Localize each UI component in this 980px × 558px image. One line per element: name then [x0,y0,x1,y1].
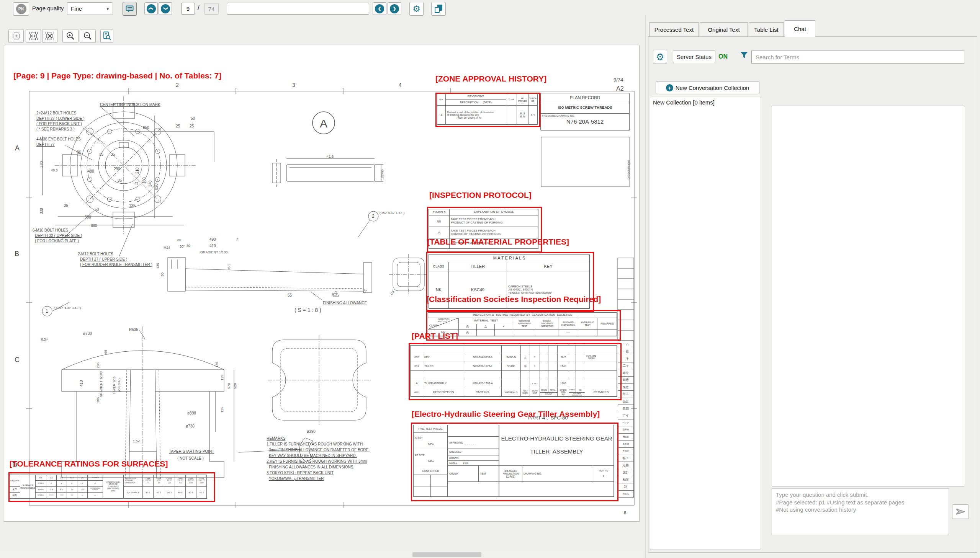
drawing-label: YOKOGAWA : μTRANSMITTER [269,476,324,481]
tab-chat[interactable]: Chat [785,20,816,37]
side-strip-cell: ベック [618,419,634,427]
drawing-label: C [15,356,20,364]
right-panel: Processed Text Original Text Table List … [647,0,980,558]
prev-button[interactable]: ❮ [373,2,386,15]
drawing-label: DEPTH 77 [36,142,55,147]
chat-settings-button[interactable]: ⚙ [653,50,667,64]
question-input[interactable] [772,488,949,535]
side-strip-cell: 特工 [618,455,634,462]
drawing-label: DEPTH 32 ( UPPER SIDE ) [35,233,82,238]
page-number-button[interactable]: PN [13,2,29,16]
drawing-label: R535 [129,328,138,333]
drawing-label: 45 [135,181,138,185]
drawing-label: 520 [233,383,237,389]
toolbar-search-input[interactable] [227,3,369,15]
annotation-label: [Page: 9 | Page Type: drawing-based | No… [13,71,221,80]
drawing-label: ✓( 25✓ 6.3✓ 1.6✓ ) [53,306,81,310]
drawing-label: 205 [96,363,100,368]
drawing-label: A [320,117,327,131]
drawing-label: 340 [148,180,153,187]
main-toolbar: PN Page quality Fine ▼ ❮ ❮ / ❮ ❯ ⚙ [0,0,647,45]
drawing-label: 4 [399,82,402,89]
drawing-label: 30° [179,245,185,249]
drawing-label: 9/74 [613,77,623,83]
document-search-button[interactable] [100,29,113,43]
zoom-in-button[interactable] [62,29,79,43]
page-down-button[interactable]: ❮ [159,2,172,15]
drawing-label: 3 [292,82,295,89]
tab-label: Table List [754,26,778,33]
drawing-label: 125 [220,375,224,381]
collection-list[interactable]: New Collection [0 items] [650,97,760,550]
drawing-label: 1 [46,309,48,314]
edit-region-button[interactable] [26,29,41,43]
new-collection-button-label: New Conversation Collection [676,85,750,91]
drawing-label: 210 [135,167,140,174]
next-button[interactable]: ❯ [388,2,401,15]
settings-button[interactable]: ⚙ [409,2,424,16]
server-status-button[interactable]: Server Status [673,50,715,63]
collection-list-item[interactable]: New Collection [0 items] [650,97,760,108]
region-delete-icon [45,31,54,41]
chevron-down-icon: ▼ [106,7,110,11]
annotation-label: [Classification Societies Inspection Req… [426,295,601,304]
drawing-label: ( FOR FEED BACK UNIT ) [36,122,82,127]
annotation-toggle-button[interactable] [123,2,137,16]
current-page-input[interactable] [181,3,195,15]
gear-icon: ⚙ [656,53,664,62]
new-conversation-collection-button[interactable]: + New Conversation Collection [656,81,760,94]
horizontal-scrollbar[interactable] [0,551,647,558]
drawing-label: FINISHING ALLOWANCES IN ALL DIMENSIONS. [269,465,354,470]
drawing-label: 80 [177,238,181,242]
drawing-label: DRAWINGS NO. [626,160,630,180]
drawing-label: A2 [616,85,624,93]
page-quality-select[interactable]: Fine ▼ [67,2,113,15]
table-highlight-box [436,93,540,127]
conversation-view[interactable] [772,106,965,486]
drawing-label: 125 [220,407,224,413]
drawing-label: 50 [191,117,195,121]
drawing-label: 25 [176,124,180,129]
submit-button[interactable] [952,504,969,519]
drawing-label: ø390 [187,411,196,416]
drawing-label: 135 [156,263,160,269]
drawing-label: 4-M36 EYE BOLT HOLES [36,137,81,142]
delete-region-button[interactable] [42,29,58,43]
drawing-label: 2.KEY IS FURNISHED AS ROUGH WORKING WITH… [266,459,367,464]
drawing-label: ( NOT SCALE ) [177,456,204,461]
drawing-label: CENTER LINE INDICATION MARK [100,103,161,108]
filter-icon[interactable] [740,51,748,61]
side-strip-cell: 政田 [618,405,634,412]
doc-search-icon [103,31,111,41]
side-strip-cell: 出図先 [618,490,634,498]
drawing-label: M24 [163,246,170,250]
copy-pages-button[interactable] [431,2,446,16]
add-region-button[interactable] [8,29,24,43]
region-add-icon [12,31,21,41]
document-canvas[interactable]: 2349/74A2ABCD82×2-M12 BOLT HOLESDEPTH 27… [4,45,640,522]
drawing-label: 290 [114,167,120,172]
drawing-label: ( FOR RUDDER ANGLE TRANSMITTER ) [80,263,153,268]
tab-processed-text[interactable]: Processed Text [649,22,699,36]
server-status-label: Server Status [677,54,712,60]
drawing-label: 35 [111,152,115,157]
drawing-label: 205 [96,397,100,403]
tab-table-list[interactable]: Table List [749,22,784,36]
drawing-label: 100 [77,149,82,156]
scrollbar-thumb[interactable] [413,552,482,557]
drawing-label: 500 [85,215,91,220]
drawing-label: REMARKS [266,436,285,441]
drawing-label: 135 [129,204,136,208]
table-cell: N76-20A-5812 [541,114,630,131]
table-highlight-box [409,343,622,400]
panel-splitter[interactable] [645,15,646,558]
zoom-out-button[interactable] [80,29,96,43]
page-up-button[interactable]: ❮ [145,2,158,15]
drawing-label: ( FOR LOCKING PLATE ) [35,239,79,244]
drawing-label: 40.5 [51,168,58,172]
chevron-right-icon: ❯ [390,4,399,13]
tab-original-text[interactable]: Original Text [700,22,748,36]
page-quality-value: Fine [71,5,82,12]
search-terms-input[interactable] [751,51,964,64]
drawing-label: 55 [288,293,292,298]
